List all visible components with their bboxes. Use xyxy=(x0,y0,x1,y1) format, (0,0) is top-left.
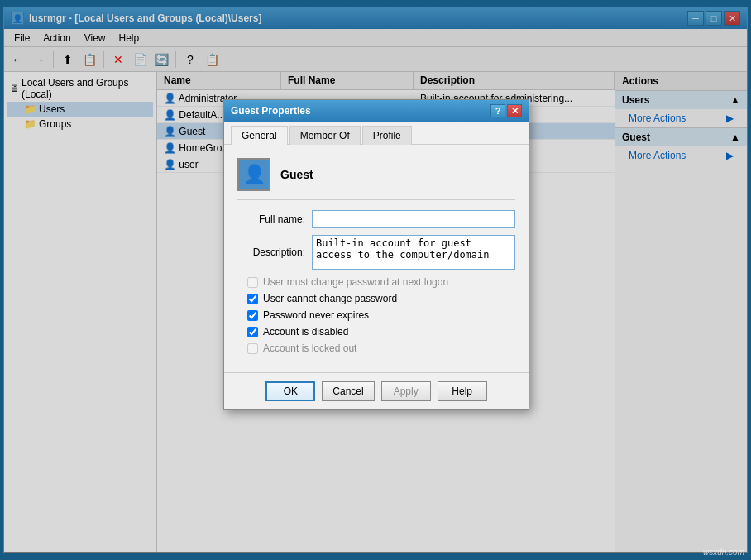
watermark: wsxdn.com xyxy=(703,548,744,557)
fullname-row: Full name: xyxy=(237,210,515,228)
checkbox-account-locked: Account is locked out xyxy=(247,342,515,354)
checkbox-must-change-input[interactable] xyxy=(247,277,258,288)
description-label: Description: xyxy=(237,246,312,258)
dialog-overlay: Guest Properties ? ✕ General Member Of P… xyxy=(0,0,751,560)
tab-member-of[interactable]: Member Of xyxy=(289,126,361,145)
description-row: Description: Built-in account for guest … xyxy=(237,235,515,270)
ok-button[interactable]: OK xyxy=(265,381,315,401)
fullname-input[interactable] xyxy=(312,210,515,228)
checkbox-locked-input[interactable] xyxy=(247,343,258,354)
tab-bar: General Member Of Profile xyxy=(224,122,529,145)
guest-properties-dialog: Guest Properties ? ✕ General Member Of P… xyxy=(223,99,529,410)
user-avatar: 👤 xyxy=(237,158,270,191)
checkbox-never-expires-label: Password never expires xyxy=(263,309,369,321)
user-header: 👤 Guest xyxy=(237,158,515,200)
tab-profile[interactable]: Profile xyxy=(362,126,412,145)
dialog-title-text: Guest Properties xyxy=(231,105,490,117)
dialog-footer: OK Cancel Apply Help xyxy=(224,372,529,409)
help-dialog-button[interactable]: Help xyxy=(438,381,487,401)
dialog-body: 👤 Guest Full name: Description: Built-in… xyxy=(224,145,529,372)
checkbox-must-change-password: User must change password at next logon xyxy=(247,276,515,288)
avatar-icon: 👤 xyxy=(243,164,265,185)
apply-button[interactable]: Apply xyxy=(381,381,431,401)
checkbox-cannot-change-label: User cannot change password xyxy=(263,293,397,304)
description-textarea[interactable]: Built-in account for guest access to the… xyxy=(312,235,515,270)
checkbox-account-disabled: Account is disabled xyxy=(247,326,515,337)
dialog-title-buttons: ? ✕ xyxy=(490,104,522,117)
dialog-title-bar: Guest Properties ? ✕ xyxy=(224,100,529,122)
checkbox-disabled-input[interactable] xyxy=(247,327,258,337)
tab-general[interactable]: General xyxy=(231,126,288,145)
checkbox-disabled-label: Account is disabled xyxy=(263,326,348,337)
fullname-label: Full name: xyxy=(237,213,312,225)
dialog-close-button[interactable]: ✕ xyxy=(507,104,522,117)
cancel-button[interactable]: Cancel xyxy=(322,381,374,401)
checkbox-never-expires-input[interactable] xyxy=(247,310,258,321)
checkbox-password-never-expires: Password never expires xyxy=(247,309,515,321)
dialog-help-button[interactable]: ? xyxy=(490,104,505,117)
checkbox-cannot-change-input[interactable] xyxy=(247,294,258,304)
checkbox-locked-label: Account is locked out xyxy=(263,342,356,354)
user-display-name: Guest xyxy=(280,168,313,181)
checkbox-cannot-change-password: User cannot change password xyxy=(247,293,515,304)
checkbox-must-change-label: User must change password at next logon xyxy=(263,276,448,288)
